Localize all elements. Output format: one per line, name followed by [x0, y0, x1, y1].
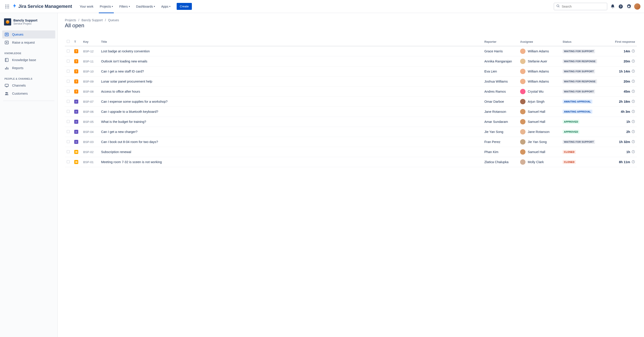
issue-type-icon: ≡ [74, 110, 78, 114]
raise-request-icon [4, 40, 9, 45]
col-status[interactable]: Status [561, 38, 606, 46]
issue-key[interactable]: BSP-02 [82, 147, 99, 157]
issue-key[interactable]: BSP-10 [82, 67, 99, 77]
row-checkbox[interactable] [67, 160, 70, 163]
issue-key[interactable]: BSP-04 [82, 127, 99, 137]
row-checkbox[interactable] [67, 150, 70, 153]
assignee-name: Samuel Hall [528, 150, 545, 154]
table-row[interactable]: ?BSP-10Can I get a new staff ID card?Eva… [65, 67, 637, 77]
col-assignee[interactable]: Assignee [518, 38, 561, 46]
issue-title[interactable]: Meeting room 7-32 is sceen is not workin… [99, 157, 482, 167]
row-checkbox[interactable] [67, 100, 70, 103]
row-checkbox[interactable] [67, 90, 70, 93]
table-row[interactable]: ?BSP-09Lunar solar panel procurement hel… [65, 77, 637, 87]
issue-key[interactable]: BSP-06 [82, 107, 99, 117]
assignee-name: Arjun Singh [528, 100, 544, 103]
col-type[interactable]: T [72, 38, 82, 46]
sidebar-group-label: PEOPLE & CHANNELS [2, 75, 55, 82]
breadcrumb-item[interactable]: Projects [65, 18, 76, 22]
table-row[interactable]: ≡BSP-03Can I book out 8-04 room for two … [65, 137, 637, 147]
svg-point-27 [7, 92, 8, 94]
row-checkbox[interactable] [67, 70, 70, 73]
table-row[interactable]: ?BSP-11Outlook isn't loading new emailsA… [65, 56, 637, 67]
issue-key[interactable]: BSP-09 [82, 77, 99, 87]
search-input-wrap[interactable] [554, 3, 607, 10]
issue-title[interactable]: Can I upgrade to a bluetooth keyboard? [99, 107, 482, 117]
nav-label: Dashboards [136, 5, 153, 8]
breadcrumb-item[interactable]: Bancly Support [82, 18, 103, 22]
nav-your-work[interactable]: Your work [77, 3, 96, 10]
table-row[interactable]: ≡BSP-05What is the budget for training?A… [65, 117, 637, 127]
clock-icon [632, 59, 635, 64]
table-row[interactable]: ✉BSP-02Subscription renewalPhan KimSamue… [65, 147, 637, 157]
issue-title[interactable]: Outlook isn't loading new emails [99, 56, 482, 67]
table-row[interactable]: ✉BSP-01Meeting room 7-32 is sceen is not… [65, 157, 637, 167]
clock-icon [632, 160, 635, 164]
assignee-avatar [520, 139, 526, 145]
search-input[interactable] [562, 5, 605, 8]
row-checkbox[interactable] [67, 60, 70, 63]
issue-title[interactable]: Can I book out 8-04 room for two days? [99, 137, 482, 147]
assignee-name: William Adams [528, 50, 549, 53]
assignee-avatar [520, 109, 526, 114]
row-checkbox[interactable] [67, 110, 70, 113]
product-logo[interactable]: Jira Service Management [12, 3, 72, 10]
table-row[interactable]: ≡BSP-04Can I get a new charger?Jie Yan S… [65, 127, 637, 137]
status-badge: WAITING FOR SUPPORT [562, 140, 595, 144]
row-checkbox[interactable] [67, 140, 70, 143]
issue-title[interactable]: Lunar solar panel procurement help [99, 77, 482, 87]
issue-key[interactable]: BSP-03 [82, 137, 99, 147]
sidebar-item-queues[interactable]: Queues [2, 31, 55, 39]
row-checkbox[interactable] [67, 130, 70, 133]
col-first-response[interactable]: First response [606, 38, 637, 46]
notifications-icon[interactable] [610, 4, 616, 9]
nav-filters[interactable]: Filters▾ [116, 3, 132, 10]
nav-projects[interactable]: Projects▾ [97, 3, 116, 10]
project-header[interactable]: Bancly Support Service Project [2, 18, 55, 31]
issue-title[interactable]: Access to office after hours [99, 87, 482, 97]
issue-title[interactable]: Can I expense some supplies for a worksh… [99, 97, 482, 107]
sidebar-item-customers[interactable]: Customers [2, 90, 55, 98]
col-reporter[interactable]: Reporter [482, 38, 518, 46]
issue-key[interactable]: BSP-08 [82, 87, 99, 97]
row-checkbox[interactable] [67, 50, 70, 53]
issue-title[interactable]: What is the budget for training? [99, 117, 482, 127]
create-button[interactable]: Create [177, 3, 192, 10]
issue-key[interactable]: BSP-12 [82, 46, 99, 56]
issue-title[interactable]: Can I get a new staff ID card? [99, 67, 482, 77]
row-checkbox[interactable] [67, 120, 70, 123]
assignee-avatar [520, 129, 526, 135]
sidebar-item-raise-a-request[interactable]: Raise a request [2, 39, 55, 47]
status-badge: CLOSED [562, 160, 576, 164]
sidebar-item-knowledge-base[interactable]: Knowledge base [2, 56, 55, 64]
profile-avatar[interactable] [634, 3, 640, 10]
help-icon[interactable]: ? [618, 4, 624, 9]
issue-title[interactable]: Subscription renewal [99, 147, 482, 157]
select-all-checkbox[interactable] [67, 40, 70, 43]
issue-title[interactable]: Can I get a new charger? [99, 127, 482, 137]
row-checkbox[interactable] [67, 80, 70, 83]
reporter: Amar Sundaram [482, 117, 518, 127]
table-row[interactable]: ≡BSP-07Can I expense some supplies for a… [65, 97, 637, 107]
issue-key[interactable]: BSP-01 [82, 157, 99, 167]
issue-key[interactable]: BSP-11 [82, 56, 99, 67]
breadcrumb-item[interactable]: Queues [108, 18, 119, 22]
nav-apps[interactable]: Apps▾ [158, 3, 173, 10]
col-title[interactable]: Title [99, 38, 482, 46]
issue-key[interactable]: BSP-07 [82, 97, 99, 107]
sidebar-item-channels[interactable]: Channels [2, 82, 55, 90]
issue-type-icon: ? [74, 69, 78, 73]
nav-dashboards[interactable]: Dashboards▾ [134, 3, 158, 10]
app-switcher-icon[interactable] [4, 3, 11, 10]
clock-icon [632, 120, 635, 124]
reporter: Fran Perez [482, 137, 518, 147]
sidebar-item-reports[interactable]: Reports [2, 64, 55, 72]
table-row[interactable]: ?BSP-12Lost badge at rocketry convention… [65, 46, 637, 56]
table-row[interactable]: ?BSP-08Access to office after hoursAndre… [65, 87, 637, 97]
issue-key[interactable]: BSP-05 [82, 117, 99, 127]
issue-title[interactable]: Lost badge at rocketry convention [99, 46, 482, 56]
table-row[interactable]: ≡BSP-06Can I upgrade to a bluetooth keyb… [65, 107, 637, 117]
chevron-down-icon: ▾ [169, 5, 170, 8]
col-key[interactable]: Key [82, 38, 99, 46]
settings-icon[interactable] [626, 4, 632, 9]
